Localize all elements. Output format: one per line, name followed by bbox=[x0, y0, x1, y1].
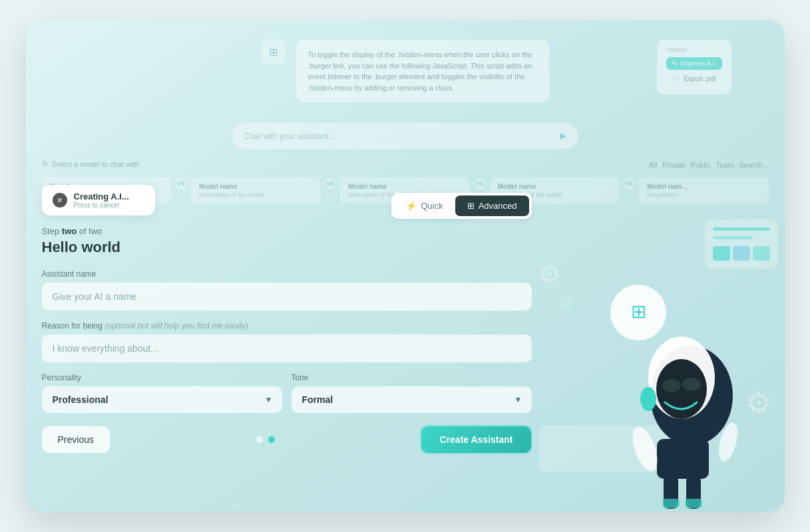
personality-select[interactable]: Professional Friendly Formal Casual bbox=[42, 386, 282, 413]
deco-line-1 bbox=[713, 227, 770, 231]
create-assistant-button[interactable]: Create Assistant bbox=[421, 426, 532, 453]
assistant-name-input[interactable] bbox=[42, 283, 532, 311]
gear-small-left-icon: ⚙ bbox=[558, 293, 574, 313]
mode-toggle: ⚡ Quick ⊞ Advanced bbox=[391, 193, 531, 219]
tab-private[interactable]: Private bbox=[662, 161, 685, 169]
file-icon: 📄 bbox=[672, 75, 680, 82]
deco-box-3 bbox=[753, 246, 770, 261]
sync-icon: ↻ bbox=[42, 160, 48, 168]
svg-point-6 bbox=[682, 378, 701, 391]
creating-label: Creating A.I... bbox=[74, 192, 129, 201]
advanced-mode-button[interactable]: ⊞ Advanced bbox=[455, 196, 529, 216]
svg-text:⊞: ⊞ bbox=[630, 301, 646, 322]
creating-dropdown[interactable]: ✕ Creating A.I... Press to cancel bbox=[42, 185, 155, 215]
x-icon: ✕ bbox=[57, 196, 63, 205]
chat-icon: ⊞ bbox=[262, 40, 286, 64]
bottom-row: Previous Create Assistant bbox=[42, 426, 532, 453]
main-form: ⚡ Quick ⊞ Advanced Step two of two Hello… bbox=[42, 226, 532, 496]
svg-point-5 bbox=[662, 379, 681, 392]
tab-all[interactable]: All bbox=[649, 161, 657, 169]
deco-line-2 bbox=[713, 236, 753, 239]
tab-public[interactable]: Public bbox=[691, 161, 711, 169]
gear-left-icon: ⚙ bbox=[538, 259, 561, 289]
vs-badge-4: VS bbox=[623, 178, 635, 190]
quick-mode-button[interactable]: ⚡ Quick bbox=[394, 196, 455, 216]
svg-rect-8 bbox=[657, 439, 709, 479]
progress-dots bbox=[256, 436, 275, 443]
deco-box-1 bbox=[713, 246, 730, 261]
option-improve[interactable]: ✎ Improve A.I. bbox=[666, 57, 721, 70]
quick-icon: ⚡ bbox=[406, 201, 417, 211]
step-label: Step two of two bbox=[42, 226, 532, 236]
chat-background-area: ⊞ To toggle the display of the .hidden-m… bbox=[26, 20, 785, 166]
tab-search[interactable]: Search... bbox=[739, 161, 768, 169]
model-card-4[interactable]: Model nam... Description... bbox=[639, 178, 768, 203]
vs-badge-3: VS bbox=[474, 178, 486, 190]
model-tabs: All Private Public Team Search... bbox=[649, 161, 768, 169]
tone-group: Tone Formal Casual Technical Empathetic … bbox=[292, 373, 532, 413]
reason-label: Reason for being (optional but will help… bbox=[42, 321, 532, 331]
tone-select[interactable]: Formal Casual Technical Empathetic bbox=[292, 386, 532, 413]
options-label: Options bbox=[666, 47, 721, 53]
dot-1 bbox=[256, 436, 263, 443]
pencil-icon: ✎ bbox=[672, 60, 677, 67]
personality-group: Personality Professional Friendly Formal… bbox=[42, 373, 282, 413]
reason-input[interactable] bbox=[42, 334, 532, 362]
model-select-label: ↻ Select a model to chat with bbox=[42, 160, 139, 168]
chat-input-bar: Chat with your assistant... ➤ bbox=[232, 123, 578, 149]
robot-svg: ⊞ bbox=[578, 273, 765, 512]
creating-sublabel: Press to cancel bbox=[74, 201, 129, 209]
dropdowns-row: Personality Professional Friendly Formal… bbox=[42, 373, 532, 413]
svg-rect-11 bbox=[662, 499, 680, 508]
chat-input-placeholder: Chat with your assistant... bbox=[244, 132, 335, 141]
send-icon: ➤ bbox=[558, 130, 566, 142]
chat-bubble: To toggle the display of the .hidden-men… bbox=[296, 40, 549, 102]
robot-illustration-area: ⚙ ⚙ ⚙ ⚙ ⊞ bbox=[532, 219, 785, 512]
cancel-button[interactable]: ✕ bbox=[53, 193, 67, 207]
option-export[interactable]: 📄 Export .pdf bbox=[666, 72, 721, 85]
vs-badge-1: VS bbox=[175, 178, 187, 190]
model-card-1[interactable]: Model name Description of the model bbox=[191, 178, 320, 203]
creating-panel: ✕ Creating A.I... Press to cancel bbox=[42, 185, 155, 215]
personality-label: Personality bbox=[42, 373, 282, 382]
personality-wrapper: Professional Friendly Formal Casual ▼ bbox=[42, 386, 282, 413]
assistant-name-label: Assistant name bbox=[42, 269, 532, 279]
tone-label: Tone bbox=[292, 373, 532, 382]
tone-wrapper: Formal Casual Technical Empathetic ▼ bbox=[292, 386, 532, 413]
vs-badge-2: VS bbox=[324, 178, 336, 190]
advanced-icon: ⊞ bbox=[467, 201, 475, 211]
svg-rect-12 bbox=[685, 499, 702, 508]
svg-point-7 bbox=[640, 387, 656, 411]
tab-team[interactable]: Team bbox=[716, 161, 734, 169]
form-title: Hello world bbox=[42, 239, 532, 256]
deco-box-2 bbox=[733, 246, 750, 261]
dot-2 bbox=[268, 436, 275, 443]
deco-boxes bbox=[713, 246, 770, 261]
previous-button[interactable]: Previous bbox=[42, 426, 110, 453]
main-card: ⊞ To toggle the display of the .hidden-m… bbox=[26, 20, 785, 512]
options-panel: Options ✎ Improve A.I. 📄 Export .pdf bbox=[657, 40, 731, 94]
deco-top-panel bbox=[705, 219, 778, 269]
